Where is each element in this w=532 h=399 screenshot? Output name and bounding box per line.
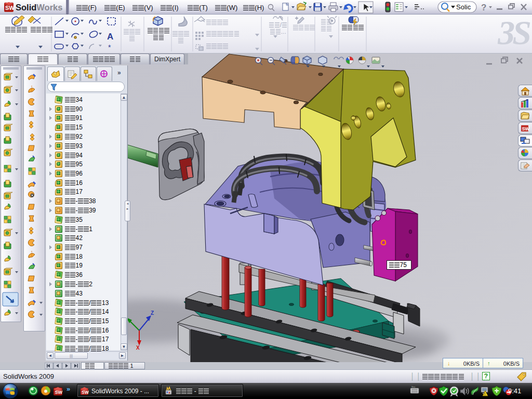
svg-text:A: A [107,32,113,42]
svg-text:!: ! [484,393,485,396]
svg-text:Snu: Snu [411,385,415,388]
svg-text:X: X [136,345,140,351]
svg-text:SW: SW [55,390,63,395]
svg-text:SolidWorks: SolidWorks [16,3,62,12]
svg-text:Solic: Solic [456,3,471,11]
svg-text:Z: Z [151,310,154,316]
svg-text:SW: SW [522,126,530,131]
svg-text:*: * [108,43,111,51]
svg-text:SW: SW [82,390,89,395]
svg-text:»: » [66,385,70,393]
svg-text:SW: SW [5,5,15,11]
svg-text:?: ? [481,3,486,12]
